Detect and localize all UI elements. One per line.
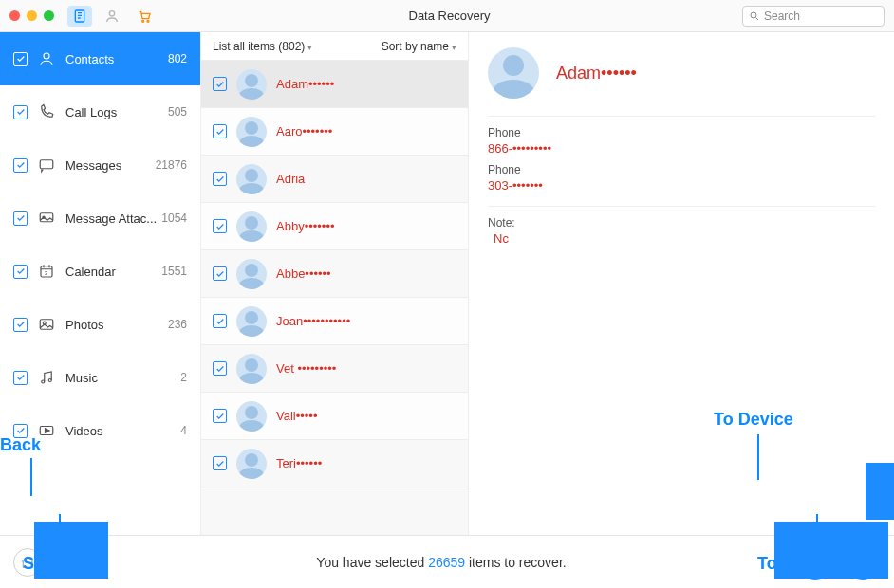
sidebar-label: Message Attac... [65, 211, 161, 226]
detail-panel: Adam•••••• Phone866-•••••••••Phone303-••… [469, 32, 894, 535]
sidebar: Contacts802Call Logs505Messages21876Mess… [0, 32, 201, 535]
checkbox-icon[interactable] [13, 265, 28, 279]
svg-rect-11 [40, 320, 53, 330]
status-text: You have selected 26659 items to recover… [85, 555, 797, 570]
sidebar-label: Contacts [65, 52, 168, 66]
contact-name: Adam•••••• [276, 77, 334, 91]
minimize-window[interactable] [27, 10, 37, 21]
svg-point-14 [48, 379, 51, 382]
sidebar-count: 236 [168, 318, 187, 331]
checkbox-icon[interactable] [13, 211, 28, 226]
contact-row[interactable]: Teri•••••• [201, 440, 468, 487]
checkbox-icon[interactable] [213, 409, 227, 423]
contact-row[interactable]: Adria [201, 156, 468, 203]
sidebar-item-messages[interactable]: Messages21876 [0, 138, 200, 192]
checkbox-icon[interactable] [213, 456, 227, 470]
detail-header: Adam•••••• [488, 47, 875, 99]
checkbox-icon[interactable] [213, 314, 227, 328]
avatar-icon [236, 449, 267, 479]
contact-row[interactable]: Abbe•••••• [201, 250, 468, 298]
note-label: Note: [488, 216, 875, 230]
sidebar-count: 505 [168, 105, 187, 119]
annotation-box [866, 463, 894, 520]
svg-text:3: 3 [45, 270, 48, 276]
divider [488, 116, 875, 117]
avatar-icon [236, 401, 267, 432]
list-sort[interactable]: Sort by name▾ [382, 40, 456, 53]
sidebar-count: 4 [180, 424, 187, 437]
avatar-icon [236, 306, 267, 337]
checkbox-icon[interactable] [213, 219, 227, 233]
list-filter[interactable]: List all items (802)▾ [213, 40, 312, 53]
contact-name: Abbe•••••• [276, 266, 331, 281]
contact-row[interactable]: Vail••••• [201, 393, 468, 440]
checkbox-icon[interactable] [213, 266, 227, 281]
divider [488, 206, 875, 207]
close-window[interactable] [9, 10, 20, 21]
sidebar-item-call-logs[interactable]: Call Logs505 [0, 85, 200, 138]
recovery-tab-icon[interactable] [67, 6, 92, 27]
search-input[interactable]: Search [742, 6, 885, 27]
phone-value: 866-••••••••• [488, 141, 875, 156]
svg-point-4 [751, 12, 756, 18]
contact-row[interactable]: Aaro••••••• [201, 108, 468, 156]
detail-name: Adam•••••• [556, 64, 637, 83]
contact-row[interactable]: Adam•••••• [201, 61, 468, 108]
bottom-bar: You have selected 26659 items to recover… [0, 535, 894, 588]
cart-icon[interactable] [132, 6, 157, 27]
list-body: Adam••••••Aaro•••••••AdriaAbby•••••••Abb… [201, 61, 468, 535]
checkbox-icon[interactable] [13, 424, 28, 438]
checkbox-icon[interactable] [13, 52, 28, 66]
phone-icon [37, 102, 56, 121]
contact-name: Adria [276, 172, 305, 186]
search-placeholder: Search [764, 9, 800, 23]
main-area: Contacts802Call Logs505Messages21876Mess… [0, 32, 894, 535]
sidebar-item-calendar[interactable]: 3Calendar1551 [0, 245, 200, 298]
contact-row[interactable]: Vet ••••••••• [201, 345, 468, 393]
contact-name: Vet ••••••••• [276, 361, 336, 376]
sidebar-label: Music [65, 371, 180, 385]
svg-point-5 [44, 53, 49, 59]
svg-rect-6 [40, 160, 53, 169]
checkbox-icon[interactable] [213, 124, 227, 138]
sidebar-item-message-attac-[interactable]: Message Attac...1054 [0, 192, 200, 245]
attach-icon [37, 209, 56, 228]
avatar-icon [236, 164, 267, 194]
sidebar-item-contacts[interactable]: Contacts802 [0, 32, 200, 85]
sidebar-item-music[interactable]: Music2 [0, 351, 200, 404]
sidebar-item-videos[interactable]: Videos4 [0, 404, 200, 457]
zoom-window[interactable] [44, 10, 54, 21]
checkbox-icon[interactable] [213, 361, 227, 376]
svg-point-1 [109, 10, 114, 15]
window-controls [9, 10, 54, 21]
contact-name: Aaro••••••• [276, 124, 332, 138]
checkbox-icon[interactable] [13, 318, 28, 332]
contact-name: Teri•••••• [276, 456, 322, 470]
checkbox-icon[interactable] [13, 371, 28, 385]
calendar-icon: 3 [37, 262, 56, 281]
toolbar-icons [67, 6, 157, 27]
contact-name: Vail••••• [276, 409, 317, 423]
checkbox-icon[interactable] [213, 172, 227, 186]
sidebar-item-photos[interactable]: Photos236 [0, 298, 200, 351]
checkbox-icon[interactable] [13, 105, 28, 119]
contact-name: Joan••••••••••• [276, 314, 350, 328]
annotation-box [774, 522, 888, 579]
checkbox-icon[interactable] [13, 158, 28, 173]
svg-point-3 [147, 20, 149, 22]
phone-label: Phone [488, 163, 875, 176]
person-icon [37, 49, 56, 68]
selected-count: 26659 [428, 555, 465, 570]
user-tab-icon[interactable] [100, 6, 124, 27]
message-icon [37, 156, 56, 175]
sidebar-count: 1551 [161, 265, 187, 278]
checkbox-icon[interactable] [213, 77, 227, 91]
sidebar-count: 1054 [161, 211, 187, 225]
contact-row[interactable]: Abby••••••• [201, 203, 468, 250]
note-value: Nc [494, 231, 875, 246]
contact-name: Abby••••••• [276, 219, 335, 233]
page-title: Data Recovery [157, 9, 742, 23]
avatar-icon [236, 117, 267, 147]
contact-row[interactable]: Joan••••••••••• [201, 298, 468, 345]
svg-point-13 [42, 380, 45, 383]
